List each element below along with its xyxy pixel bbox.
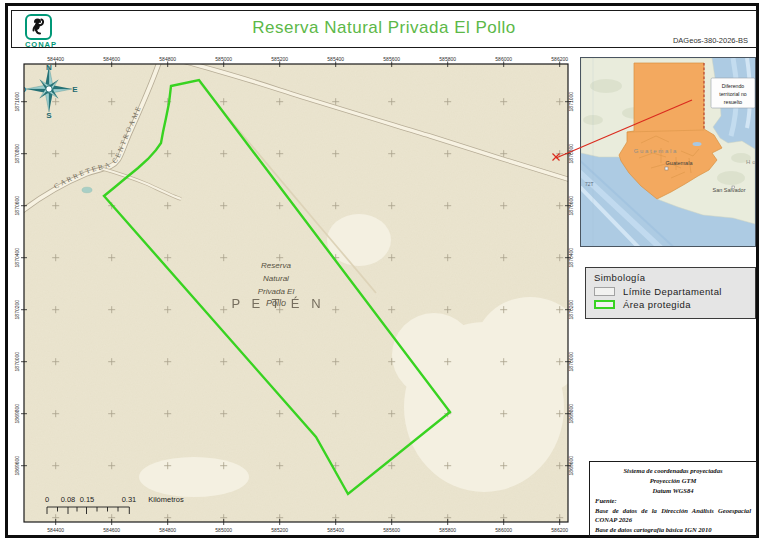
conap-logo-text: CONAP [21, 40, 61, 49]
honduras-label: Ho [746, 159, 756, 165]
protected-area-swatch [594, 300, 615, 309]
axis-labels-top: 5844005846005848005850005852005854005856… [47, 56, 568, 62]
svg-text:584400: 584400 [47, 56, 64, 62]
axis-labels-bottom: 5844005846005848005850005852005854005856… [47, 527, 568, 533]
city-marker [665, 167, 668, 170]
svg-text:1869600: 1869600 [568, 456, 574, 476]
page-title: Reserva Natural Privada El Pollo [12, 18, 756, 38]
source-line-3: Base de datos cartografía básica IGN 201… [595, 525, 751, 535]
axis-labels-right: 1871000187080018706001870400187020018700… [568, 92, 574, 476]
source-heading: Fuente: [595, 496, 751, 506]
svg-text:0.08: 0.08 [61, 495, 76, 504]
legend-item-area-protegida: Área protegida [594, 299, 755, 310]
svg-text:585400: 585400 [327, 56, 344, 62]
svg-text:1870000: 1870000 [14, 352, 20, 372]
crs-line: Sistema de coordenadas proyectadas [595, 466, 751, 476]
legend-item-departamental: Límite Departamental [594, 286, 755, 297]
inset-map: Diferendo territorial no resuelto G u a … [580, 57, 756, 247]
svg-text:584400: 584400 [47, 527, 64, 533]
svg-text:Diferendo: Diferendo [722, 83, 745, 89]
svg-text:585000: 585000 [215, 527, 232, 533]
svg-text:Kilómetros: Kilómetros [148, 495, 184, 504]
svg-text:586200: 586200 [551, 527, 568, 533]
svg-text:1871000: 1871000 [568, 92, 574, 112]
svg-text:584800: 584800 [159, 56, 176, 62]
svg-text:1870200: 1870200 [14, 300, 20, 320]
svg-text:586000: 586000 [495, 527, 512, 533]
svg-text:584600: 584600 [103, 56, 120, 62]
svg-text:585000: 585000 [215, 56, 232, 62]
svg-text:585600: 585600 [383, 527, 400, 533]
svg-text:1869600: 1869600 [14, 456, 20, 476]
pond [82, 187, 92, 193]
svg-text:584600: 584600 [103, 527, 120, 533]
svg-text:585800: 585800 [439, 527, 456, 533]
inset-lake [693, 142, 702, 146]
capital-label: Guatemala [666, 160, 694, 166]
svg-text:E: E [72, 85, 78, 94]
axis-labels-left: 1871000187080018706001870400187020018700… [14, 92, 20, 476]
legend: Simbología Límite Departamental Área pro… [585, 267, 756, 319]
svg-text:resuelto: resuelto [724, 99, 743, 105]
projection-line: Proyección GTM [595, 476, 751, 486]
country-label: G u a t e m a l a [634, 148, 677, 154]
main-map: CARRETERA CENTROAME Reserva Natural Priv… [14, 55, 574, 535]
svg-text:585400: 585400 [327, 527, 344, 533]
svg-text:territorial no: territorial no [719, 91, 747, 97]
svg-text:1870000: 1870000 [568, 352, 574, 372]
svg-text:586000: 586000 [495, 56, 512, 62]
svg-text:585200: 585200 [271, 56, 288, 62]
svg-text:1870600: 1870600 [14, 196, 20, 216]
svg-text:584800: 584800 [159, 527, 176, 533]
svg-text:585800: 585800 [439, 56, 456, 62]
svg-text:586200: 586200 [551, 56, 568, 62]
header-bar: CONAP Reserva Natural Privada El Pollo D… [11, 10, 757, 48]
svg-text:585600: 585600 [383, 56, 400, 62]
svg-text:0.15: 0.15 [80, 495, 95, 504]
svg-text:1869800: 1869800 [568, 404, 574, 424]
department-boundary-swatch [594, 287, 615, 296]
svg-text:585200: 585200 [271, 527, 288, 533]
svg-text:S: S [46, 111, 52, 120]
svg-text:1870200: 1870200 [568, 300, 574, 320]
svg-text:1870800: 1870800 [14, 144, 20, 164]
svg-text:P E T É N: P E T É N [231, 296, 324, 311]
svg-text:1870400: 1870400 [568, 248, 574, 268]
svg-text:1870800: 1870800 [568, 144, 574, 164]
svg-text:1869800: 1869800 [14, 404, 20, 424]
svg-text:Natural: Natural [263, 274, 289, 283]
legend-title: Simbología [594, 272, 755, 283]
utm-zone-label: 72T [585, 181, 594, 187]
svg-text:Privada El: Privada El [258, 287, 295, 296]
credits-box: Sistema de coordenadas proyectadas Proye… [589, 461, 757, 537]
source-line-1: Base de datos de la Dirección Análisis G… [595, 506, 751, 516]
map-sheet: CONAP Reserva Natural Privada El Pollo D… [0, 0, 768, 544]
document-code: DAGeos-380-2026-BS [673, 36, 748, 45]
san-salvador-label: San Salvador [712, 187, 745, 193]
svg-text:1870400: 1870400 [14, 248, 20, 268]
svg-text:O: O [20, 85, 26, 94]
map-canvas: CARRETERA CENTROAME Reserva Natural Priv… [20, 55, 574, 522]
datum-line: Datum WGS84 [595, 486, 751, 496]
svg-text:1871000: 1871000 [14, 92, 20, 112]
svg-text:0: 0 [45, 495, 49, 504]
svg-text:1870600: 1870600 [568, 196, 574, 216]
svg-text:Reserva: Reserva [261, 261, 291, 270]
source-line-2: CONAP 2026 [595, 515, 751, 525]
svg-text:0.31: 0.31 [122, 495, 137, 504]
